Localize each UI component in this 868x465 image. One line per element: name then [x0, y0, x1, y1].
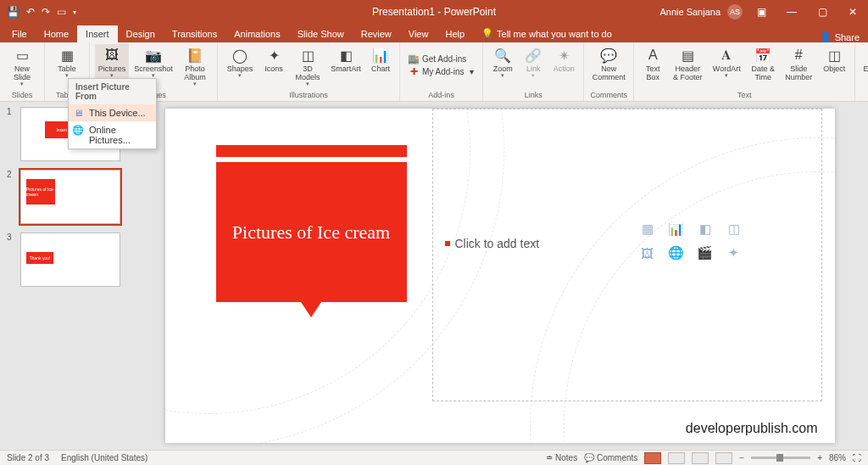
slide-counter[interactable]: Slide 2 of 3	[7, 453, 49, 462]
equation-button[interactable]: πEquation▾	[860, 44, 868, 87]
maximize-icon[interactable]: ▢	[810, 6, 834, 18]
mini-title-3: Thank you!	[26, 252, 53, 264]
action-button[interactable]: ✴Action	[549, 44, 578, 87]
wordart-icon: 𝐀	[717, 46, 736, 64]
tab-insert[interactable]: Insert	[77, 25, 118, 42]
normal-view-button[interactable]	[644, 452, 661, 464]
new-comment-button[interactable]: 💬New Comment	[589, 44, 628, 87]
redo-icon[interactable]: ↷	[42, 6, 50, 18]
thumb-number: 1	[7, 107, 15, 161]
insert-icon-icon[interactable]: ✦	[723, 244, 745, 262]
minimize-icon[interactable]: —	[780, 6, 804, 18]
title-bar: 💾 ↶ ↷ ▭ ▾ Presentation1 - PowerPoint Ann…	[0, 0, 868, 24]
slide-number-button[interactable]: #Slide Number	[782, 44, 815, 87]
action-icon: ✴	[554, 46, 573, 64]
wordart-button[interactable]: 𝐀WordArt▾	[709, 44, 744, 87]
3d-models-button[interactable]: ◫3D Models▾	[291, 44, 325, 87]
comments-button[interactable]: 💬 Comments	[584, 453, 637, 462]
photo-album-button[interactable]: 📔Photo Album▾	[178, 44, 212, 87]
dropdown-this-device[interactable]: 🖥This Device...	[69, 104, 156, 121]
close-icon[interactable]: ✕	[841, 6, 865, 18]
photo-album-icon: 📔	[186, 46, 204, 64]
zoom-slider[interactable]	[751, 457, 810, 459]
link-button[interactable]: 🔗Link▾	[520, 44, 546, 87]
placeholder-prompt[interactable]: Click to add text	[445, 237, 810, 250]
group-label-links: Links	[525, 91, 542, 101]
thumb-number: 2	[7, 170, 15, 224]
insert-online-picture-icon[interactable]: 🌐	[665, 244, 687, 262]
header-footer-button[interactable]: ▤Header & Footer	[670, 44, 705, 87]
chart-icon: 📊	[371, 46, 390, 64]
slideshow-view-button[interactable]	[715, 452, 732, 464]
zoom-out-button[interactable]: −	[739, 453, 744, 462]
tab-transitions[interactable]: Transitions	[164, 25, 225, 42]
insert-video-icon[interactable]: 🎬	[694, 244, 716, 262]
mini-title-2: Pictures of Ice cream	[26, 179, 55, 204]
user-avatar[interactable]: AS	[727, 4, 743, 20]
content-placeholder[interactable]: Click to add text ▦ 📊 ◧ ◫ 🖼 🌐 🎬 ✦	[432, 109, 822, 401]
shapes-button[interactable]: ◯Shapes▾	[223, 44, 257, 87]
reading-view-button[interactable]	[692, 452, 709, 464]
slide-title-text[interactable]: Pictures of Ice cream	[216, 162, 407, 302]
icons-button[interactable]: ✦Icons	[260, 44, 287, 87]
save-icon[interactable]: 💾	[7, 6, 19, 18]
slide-title-shape[interactable]: Pictures of Ice cream	[216, 145, 407, 317]
share-button[interactable]: 👤Share	[811, 31, 868, 42]
tab-slideshow[interactable]: Slide Show	[289, 25, 353, 42]
tab-help[interactable]: Help	[437, 25, 473, 42]
tab-animations[interactable]: Animations	[225, 25, 288, 42]
chart-button[interactable]: 📊Chart	[367, 44, 394, 87]
ribbon-tabs: File Home Insert Design Transitions Anim…	[0, 24, 868, 42]
bullet-icon	[445, 241, 450, 246]
lightbulb-icon: 💡	[481, 28, 493, 39]
ribbon-options-icon[interactable]: ▣	[749, 6, 773, 18]
text-box-button[interactable]: AText Box	[639, 44, 666, 87]
smartart-button[interactable]: ◧SmartArt	[328, 44, 364, 87]
zoom-in-button[interactable]: +	[817, 453, 822, 462]
thumbnail-2[interactable]: 2 Pictures of Ice cream	[7, 170, 125, 224]
zoom-button[interactable]: 🔍Zoom▾	[488, 44, 517, 87]
tab-review[interactable]: Review	[353, 25, 400, 42]
insert-chart-icon[interactable]: 📊	[665, 220, 687, 238]
thumbnail-3[interactable]: 3 Thank you!	[7, 232, 125, 287]
header-icon: ▤	[678, 46, 697, 64]
user-name[interactable]: Annie Sanjana	[659, 7, 721, 17]
object-button[interactable]: ◫Object	[819, 44, 849, 87]
pictures-icon: 🖼	[103, 46, 121, 64]
comment-icon: 💬	[599, 46, 618, 64]
date-time-button[interactable]: 📅Date & Time	[748, 44, 778, 87]
notes-button[interactable]: ≐ Notes	[546, 453, 577, 462]
tab-file[interactable]: File	[3, 25, 36, 42]
tell-me-search[interactable]: 💡Tell me what you want to do	[473, 25, 620, 42]
qat-more-icon[interactable]: ▾	[73, 8, 76, 16]
globe-icon: 🌐	[72, 124, 84, 136]
addins-icon: ✚	[409, 67, 419, 77]
get-addins-button[interactable]: 🏬Get Add-ins	[405, 53, 477, 65]
group-label-illustrations: Illustrations	[289, 91, 328, 101]
zoom-level[interactable]: 86%	[829, 453, 846, 462]
object-icon: ◫	[825, 46, 843, 64]
fit-to-window-button[interactable]: ⛶	[853, 453, 861, 462]
dropdown-header: Insert Picture From	[69, 79, 156, 104]
tab-home[interactable]: Home	[36, 25, 77, 42]
status-bar: Slide 2 of 3 English (United States) ≐ N…	[0, 450, 868, 465]
insert-3d-icon[interactable]: ◫	[723, 220, 745, 238]
undo-icon[interactable]: ↶	[26, 6, 35, 18]
sorter-view-button[interactable]	[668, 452, 685, 464]
quick-access-toolbar: 💾 ↶ ↷ ▭ ▾	[7, 6, 76, 18]
group-label-comments: Comments	[590, 91, 627, 101]
slide-canvas-area[interactable]: Pictures of Ice cream Click to add text …	[131, 102, 868, 450]
group-symbols: πEquation▾ ΩSymbol Symbols	[855, 42, 868, 101]
new-slide-button[interactable]: ▭New Slide▾	[5, 44, 39, 87]
tab-design[interactable]: Design	[118, 25, 164, 42]
tab-view[interactable]: View	[400, 25, 437, 42]
insert-table-icon[interactable]: ▦	[637, 220, 659, 238]
start-from-beginning-icon[interactable]: ▭	[57, 6, 66, 18]
insert-picture-icon[interactable]: 🖼	[637, 244, 659, 262]
language-indicator[interactable]: English (United States)	[61, 453, 147, 462]
insert-smartart-icon[interactable]: ◧	[694, 220, 716, 238]
window-title: Presentation1 - PowerPoint	[372, 6, 496, 18]
my-addins-button[interactable]: ✚My Add-ins ▾	[405, 66, 477, 78]
group-label-slides: Slides	[12, 91, 33, 101]
dropdown-online-pictures[interactable]: 🌐Online Pictures...	[69, 121, 156, 148]
